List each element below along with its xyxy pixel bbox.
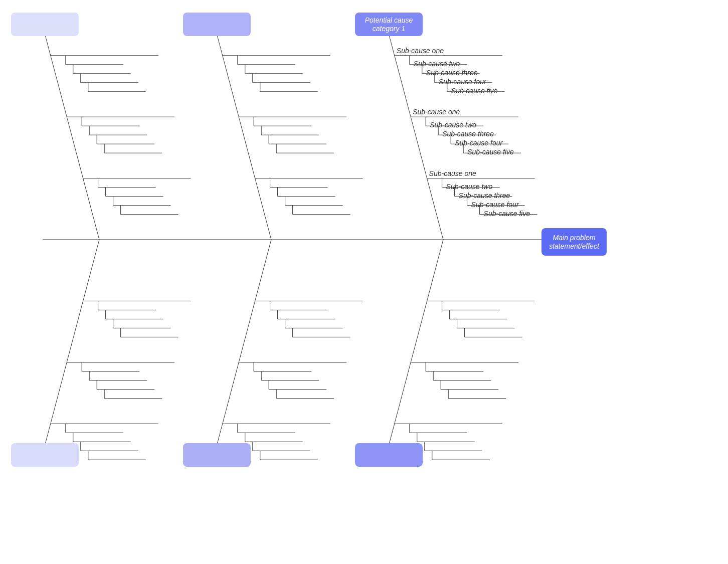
main-problem-box[interactable]: Main problem statement/effect bbox=[541, 228, 607, 256]
bone-bottom-middle bbox=[217, 240, 271, 444]
subcause-four-label-1: Sub-cause four bbox=[455, 139, 502, 147]
bone-bottom-left bbox=[45, 240, 99, 444]
category-top-middle[interactable] bbox=[183, 13, 251, 36]
category-top-right-label: Potential cause category 1 bbox=[358, 16, 420, 33]
category-top-left[interactable] bbox=[11, 13, 79, 36]
subcause-four-label-0: Sub-cause four bbox=[439, 78, 486, 86]
category-bottom-right[interactable] bbox=[355, 443, 423, 467]
subcause-three-label-2: Sub-cause three bbox=[459, 192, 510, 200]
bone-bottom-right bbox=[389, 240, 443, 444]
category-bottom-left[interactable] bbox=[11, 443, 79, 467]
subcause-five-label-0: Sub-cause five bbox=[451, 87, 498, 95]
subcause-three-label-0: Sub-cause three bbox=[426, 69, 478, 77]
bone-top-middle bbox=[217, 35, 271, 240]
subcause-two-label-2: Sub-cause two bbox=[446, 182, 493, 191]
subcause-five-label-2: Sub-cause five bbox=[484, 210, 530, 218]
category-top-right[interactable]: Potential cause category 1 bbox=[355, 13, 423, 36]
subcause-one-label-1: Sub-cause one bbox=[413, 108, 460, 116]
bone-top-left bbox=[45, 35, 99, 240]
subcause-one-label-0: Sub-cause one bbox=[397, 47, 444, 55]
subcause-five-label-1: Sub-cause five bbox=[467, 148, 514, 156]
main-problem-label: Main problem statement/effect bbox=[544, 234, 604, 251]
subcause-one-label-2: Sub-cause one bbox=[429, 169, 476, 177]
subcause-two-label-1: Sub-cause two bbox=[430, 121, 476, 129]
category-bottom-middle[interactable] bbox=[183, 443, 251, 467]
fishbone-diagram bbox=[0, 0, 728, 564]
subcause-two-label-0: Sub-cause two bbox=[414, 60, 460, 68]
subcause-three-label-1: Sub-cause three bbox=[442, 130, 494, 138]
subcause-four-label-2: Sub-cause four bbox=[471, 201, 519, 209]
